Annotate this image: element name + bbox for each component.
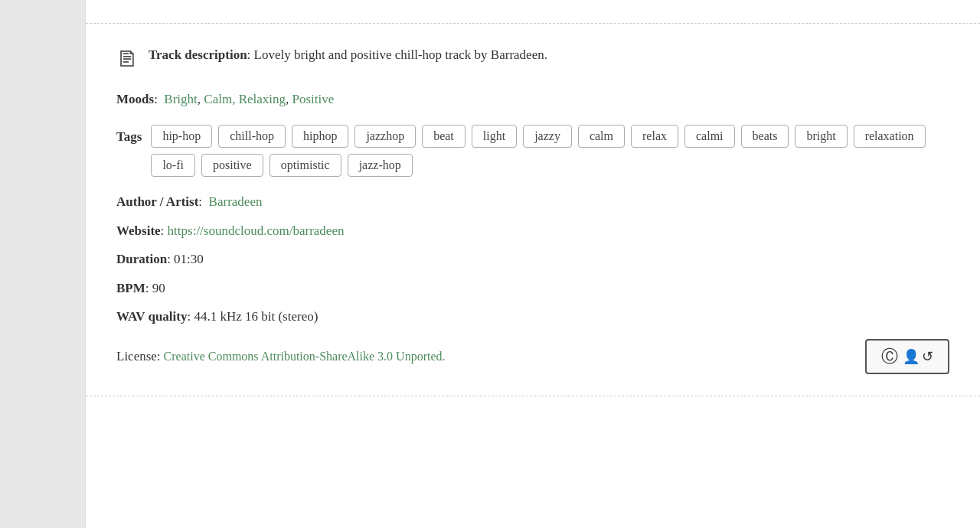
tag-jazzy[interactable]: jazzy [523, 125, 572, 148]
bpm-value: 90 [152, 281, 165, 295]
track-description-label: Track description [149, 47, 247, 62]
website-link[interactable]: https://soundcloud.com/barradeen [168, 223, 345, 238]
tag-hiphop[interactable]: hiphop [292, 125, 348, 148]
license-text-area: License: Creative Commons Attribution-Sh… [116, 349, 446, 364]
document-icon: 🖹 [116, 47, 138, 72]
tag-calmi[interactable]: calmi [684, 125, 735, 148]
tag-positive[interactable]: positive [201, 154, 263, 177]
wav-row: WAV quality: 44.1 kHz 16 bit (stereo) [116, 307, 949, 327]
tags-label: Tags [116, 125, 142, 145]
main-content: 🖹 Track description: Lovely bright and p… [86, 0, 980, 528]
tag-lo-fi[interactable]: lo-fi [151, 154, 195, 177]
tag-beat[interactable]: beat [422, 125, 466, 148]
mood-bright[interactable]: Bright [164, 92, 197, 106]
tag-relax[interactable]: relax [631, 125, 678, 148]
moods-row: Moods: Bright, Calm, Relaxing, Positive [116, 89, 949, 109]
mood-calm-relaxing[interactable]: Calm, Relaxing [204, 92, 286, 106]
content-area: 🖹 Track description: Lovely bright and p… [86, 45, 980, 374]
duration-value: 01:30 [174, 252, 204, 266]
top-divider [86, 23, 980, 24]
tag-relaxation[interactable]: relaxation [854, 125, 926, 148]
tag-light[interactable]: light [472, 125, 517, 148]
mood-positive[interactable]: Positive [292, 92, 335, 106]
author-row: Author / Artist: Barradeen [116, 192, 949, 212]
cc-by-icon: 👤 [903, 348, 920, 365]
duration-label: Duration [116, 252, 167, 266]
duration-row: Duration: 01:30 [116, 249, 949, 269]
cc-icon: Ⓒ [881, 345, 898, 368]
tag-jazzhop[interactable]: jazzhop [354, 125, 416, 148]
license-link[interactable]: Creative Commons Attribution-ShareAlike … [164, 350, 446, 363]
tags-container: hip-hop chill-hop hiphop jazzhop beat li… [151, 125, 949, 177]
bpm-row: BPM: 90 [116, 279, 949, 298]
tag-bright[interactable]: bright [795, 125, 847, 148]
bottom-divider [86, 396, 980, 396]
info-section: Author / Artist: Barradeen Website: http… [116, 192, 949, 327]
tag-calm[interactable]: calm [578, 125, 625, 148]
cc-badge: Ⓒ 👤 ↺ [865, 339, 949, 374]
cc-sa-icon: ↺ [922, 348, 933, 365]
website-label: Website [116, 223, 161, 238]
tag-hip-hop[interactable]: hip-hop [151, 125, 212, 148]
sidebar [0, 0, 86, 528]
wav-value: 44.1 kHz 16 bit (stereo) [194, 309, 318, 324]
track-description-row: 🖹 Track description: Lovely bright and p… [116, 45, 949, 72]
moods-label: Moods [116, 92, 154, 106]
tags-row: Tags hip-hop chill-hop hiphop jazzhop be… [116, 125, 949, 177]
tag-optimistic[interactable]: optimistic [270, 154, 341, 177]
tag-chill-hop[interactable]: chill-hop [218, 125, 286, 148]
track-description-text: Track description: Lovely bright and pos… [149, 45, 547, 65]
track-description-value: Lovely bright and positive chill-hop tra… [254, 47, 547, 62]
wav-label: WAV quality [116, 309, 187, 324]
license-label: License: [116, 349, 161, 363]
website-row: Website: https://soundcloud.com/barradee… [116, 221, 949, 241]
tag-beats[interactable]: beats [741, 125, 789, 148]
author-link[interactable]: Barradeen [209, 194, 263, 209]
author-label: Author / Artist [116, 194, 198, 209]
bpm-label: BPM [116, 281, 145, 295]
tag-jazz-hop[interactable]: jazz-hop [348, 154, 413, 177]
license-row: License: Creative Commons Attribution-Sh… [116, 339, 949, 374]
